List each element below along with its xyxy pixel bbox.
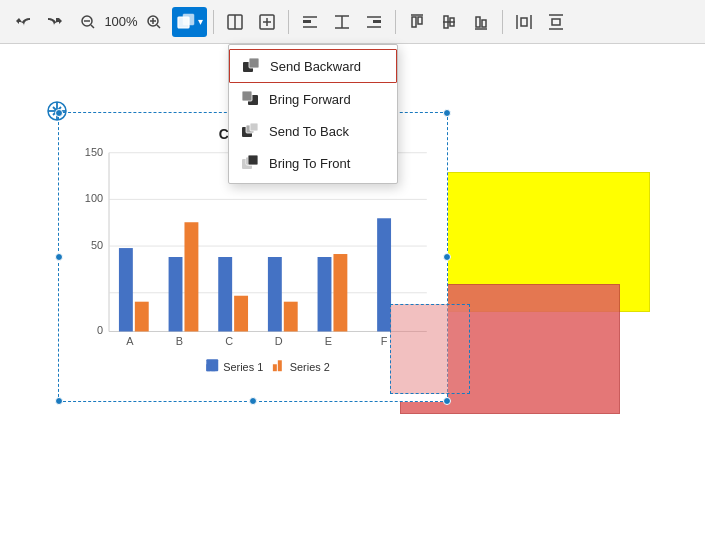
svg-rect-76 — [273, 364, 277, 371]
svg-rect-35 — [521, 18, 527, 26]
svg-text:150: 150 — [85, 146, 103, 158]
dropdown-container: Send Backward Bring Forward Send To B — [228, 44, 398, 184]
svg-rect-54 — [119, 248, 133, 331]
svg-rect-62 — [318, 257, 332, 331]
bring-to-front-icon — [241, 154, 259, 172]
svg-text:50: 50 — [91, 239, 103, 251]
align-right-button[interactable] — [359, 7, 389, 37]
svg-rect-31 — [476, 17, 480, 27]
dropdown-menu: Send Backward Bring Forward Send To B — [228, 44, 398, 184]
svg-rect-85 — [250, 123, 258, 131]
svg-text:0: 0 — [97, 324, 103, 336]
zoom-out-button[interactable] — [76, 10, 100, 34]
svg-rect-55 — [135, 302, 149, 332]
svg-rect-58 — [218, 257, 232, 331]
svg-line-1 — [91, 25, 94, 28]
bring-to-front-label: Bring To Front — [269, 156, 350, 171]
menu-item-send-to-back[interactable]: Send To Back — [229, 115, 397, 147]
svg-text:A: A — [126, 335, 134, 347]
arrange-dropdown-button[interactable]: ▾ — [172, 7, 207, 37]
svg-text:C: C — [225, 335, 233, 347]
align-center-button[interactable] — [327, 7, 357, 37]
pink-rectangle[interactable] — [390, 304, 470, 394]
arrange-icon — [176, 12, 196, 32]
svg-rect-74 — [211, 360, 215, 371]
valign-bottom-button[interactable] — [466, 7, 496, 37]
svg-text:D: D — [275, 335, 283, 347]
svg-rect-63 — [333, 254, 347, 331]
arrange-chevron: ▾ — [198, 16, 203, 27]
svg-line-4 — [157, 25, 160, 28]
svg-text:Series 1: Series 1 — [223, 361, 263, 373]
bring-forward-label: Bring Forward — [269, 92, 351, 107]
separator-4 — [502, 10, 503, 34]
distribute-v-button[interactable] — [541, 7, 571, 37]
svg-rect-32 — [482, 20, 486, 27]
svg-rect-38 — [552, 19, 560, 25]
svg-rect-73 — [206, 364, 210, 371]
menu-item-bring-forward[interactable]: Bring Forward — [229, 83, 397, 115]
menu-item-bring-to-front[interactable]: Bring To Front — [229, 147, 397, 179]
valign-top-button[interactable] — [402, 7, 432, 37]
send-backward-label: Send Backward — [270, 59, 361, 74]
svg-text:E: E — [325, 335, 332, 347]
redo-button[interactable] — [40, 7, 70, 37]
send-to-back-icon — [241, 122, 259, 140]
svg-rect-57 — [184, 222, 198, 331]
svg-text:100: 100 — [85, 192, 103, 204]
separator-1 — [213, 10, 214, 34]
toolbar: 100% ▾ — [0, 0, 705, 44]
valign-middle-button[interactable] — [434, 7, 464, 37]
svg-text:Series 2: Series 2 — [290, 361, 330, 373]
svg-rect-82 — [242, 91, 252, 101]
svg-rect-64 — [377, 218, 391, 331]
svg-rect-77 — [278, 360, 282, 371]
zoom-controls: 100% — [72, 10, 170, 34]
svg-rect-25 — [412, 17, 416, 27]
send-to-back-label: Send To Back — [269, 124, 349, 139]
svg-rect-26 — [418, 17, 422, 24]
separator-2 — [288, 10, 289, 34]
svg-rect-60 — [268, 257, 282, 331]
undo-button[interactable] — [8, 7, 38, 37]
svg-rect-61 — [284, 302, 298, 332]
send-backward-icon — [242, 57, 260, 75]
distribute-h-button[interactable] — [509, 7, 539, 37]
svg-text:F: F — [381, 335, 388, 347]
svg-rect-88 — [248, 155, 258, 165]
insert-frame-button[interactable] — [220, 7, 250, 37]
align-left-button[interactable] — [295, 7, 325, 37]
bring-forward-icon — [241, 90, 259, 108]
zoom-in-button[interactable] — [142, 10, 166, 34]
svg-text:B: B — [176, 335, 183, 347]
svg-rect-80 — [249, 58, 259, 68]
svg-rect-22 — [373, 20, 381, 23]
menu-item-send-backward[interactable]: Send Backward — [229, 49, 397, 83]
svg-rect-59 — [234, 296, 248, 332]
zoom-value: 100% — [102, 14, 140, 29]
svg-rect-16 — [303, 20, 311, 23]
separator-3 — [395, 10, 396, 34]
svg-rect-56 — [169, 257, 183, 331]
add-button[interactable] — [252, 7, 282, 37]
